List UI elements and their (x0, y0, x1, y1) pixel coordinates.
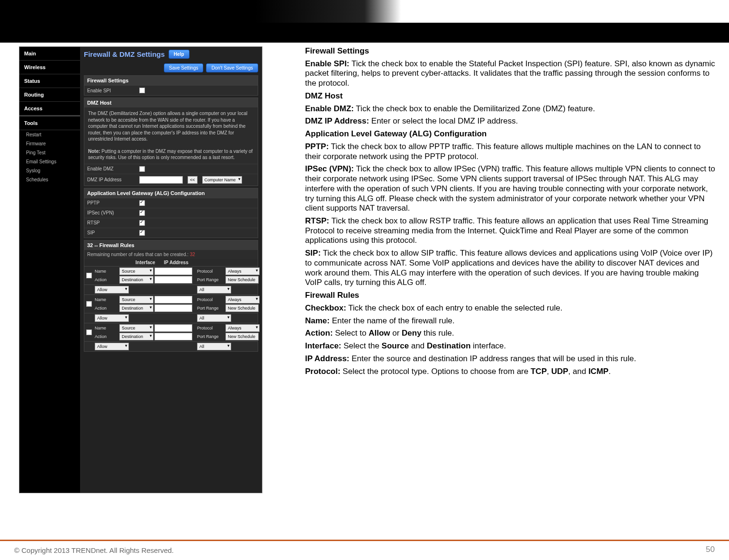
page-number: 50 (706, 545, 715, 554)
firewall-rule-row: Name Source Protocol Always Action Desti… (84, 266, 258, 284)
document-body: Firewall Settings Enable SPI: Tick the c… (305, 46, 717, 493)
header-title-left: TRENDnet User's Guide (14, 27, 133, 39)
section-alg: Application Level Gateway (ALG) Configur… (84, 188, 258, 198)
heading-dmz-host: DMZ Host (305, 91, 342, 100)
rule-action-select[interactable]: Allow (95, 286, 129, 293)
sidebar-item[interactable]: Status (19, 74, 80, 88)
rule-name-label: Name (95, 269, 117, 274)
section-firewall-settings: Firewall Settings (84, 76, 258, 85)
enable-spi-label: Enable SPI (87, 88, 135, 93)
rule-enable-checkbox[interactable] (86, 329, 92, 335)
col-ip-address: IP Address (164, 260, 256, 265)
section-firewall-rules: 32 -- Firewall Rules (84, 240, 258, 250)
help-button[interactable]: Help (169, 50, 189, 59)
alg-ipsec-label: IPSec (VPN) (87, 210, 135, 215)
dmz-computer-select[interactable]: Computer Name (202, 176, 242, 184)
rule-protocol-label: Protocol (197, 269, 224, 274)
rule-action-label: Action (95, 277, 117, 282)
col-interface: Interface (135, 260, 164, 265)
sidebar-subitem[interactable]: Firmware (19, 139, 80, 148)
sidebar-subitem[interactable]: Syslog (19, 166, 80, 175)
save-settings-button[interactable]: Save Settings (164, 63, 204, 72)
sidebar-subitem[interactable]: Ping Test (19, 148, 80, 157)
sidebar-subitem[interactable]: Restart (19, 130, 80, 139)
copyright: © Copyright 2013 TRENDnet. All Rights Re… (14, 546, 174, 554)
heading-firewall-rules: Firewall Rules (305, 291, 359, 300)
sidebar-item[interactable]: Wireless (19, 61, 80, 74)
rule-enable-checkbox[interactable] (86, 301, 92, 307)
firewall-rule-row: Name Source Protocol Always Action Desti… (84, 323, 258, 341)
enable-dmz-checkbox[interactable] (139, 166, 145, 172)
dmz-note-text: Putting a computer in the DMZ may expose… (88, 149, 252, 160)
rule-schedule-select[interactable]: Always (225, 267, 260, 275)
enable-spi-checkbox[interactable] (139, 88, 145, 93)
rule-enable-checkbox[interactable] (86, 273, 92, 278)
sidebar: Main Wireless Status Routing Access Tool… (19, 47, 80, 493)
sidebar-subitem[interactable]: Schedules (19, 175, 80, 184)
page-header-banner: TRENDnet User's Guide TEW-751DR (0, 0, 729, 43)
enable-dmz-label: Enable DMZ (87, 166, 135, 171)
alg-sip-label: SIP (87, 230, 135, 235)
dmz-note-label: Note: (88, 149, 100, 154)
rule-protocol-select[interactable]: All (197, 286, 231, 293)
alg-pptp-checkbox[interactable] (139, 200, 145, 206)
remaining-rules-count: 32 (190, 252, 195, 257)
alg-rtsp-checkbox[interactable] (139, 220, 145, 226)
page-footer: © Copyright 2013 TRENDnet. All Rights Re… (0, 540, 729, 560)
dmz-ip-copy-button[interactable]: << (188, 176, 198, 184)
config-pane: Firewall & DMZ Settings Help Save Settin… (80, 47, 262, 493)
sidebar-item[interactable]: Routing (19, 88, 80, 102)
pane-title: Firewall & DMZ Settings (84, 50, 165, 58)
alg-pptp-label: PPTP (87, 200, 135, 205)
dont-save-settings-button[interactable]: Don't Save Settings (206, 63, 258, 72)
rule-dest-ip-input[interactable] (154, 276, 192, 284)
rule-source-ip-input[interactable] (154, 267, 192, 275)
alg-ipsec-checkbox[interactable] (139, 210, 145, 216)
sidebar-subitem[interactable]: Email Settings (19, 157, 80, 166)
rule-source-select[interactable]: Source (119, 267, 153, 275)
alg-rtsp-label: RTSP (87, 220, 135, 225)
new-schedule-button[interactable]: New Schedule (225, 276, 259, 284)
sidebar-item[interactable]: Access (19, 102, 80, 116)
remaining-rules-label: Remaining number of rules that can be cr… (87, 252, 189, 257)
firewall-rule-row: Name Source Protocol Always Action Desti… (84, 294, 258, 313)
heading-firewall-settings: Firewall Settings (305, 46, 369, 55)
alg-sip-checkbox[interactable] (139, 230, 145, 236)
rule-portrange-label: Port Range (197, 277, 224, 282)
dmz-ip-input[interactable] (139, 176, 183, 184)
heading-alg: Application Level Gateway (ALG) Configur… (305, 129, 486, 138)
dmz-description: The DMZ (Demilitarized Zone) option allo… (84, 107, 258, 145)
section-dmz-host: DMZ Host (84, 98, 258, 107)
header-title-right: TEW-751DR (656, 27, 715, 39)
router-ui-screenshot: Main Wireless Status Routing Access Tool… (19, 46, 262, 493)
rule-dest-select[interactable]: Destination (119, 276, 153, 284)
dmz-ip-label: DMZ IP Address (87, 177, 135, 182)
sidebar-item[interactable]: Main (19, 47, 80, 61)
sidebar-item-tools[interactable]: Tools (19, 116, 80, 130)
